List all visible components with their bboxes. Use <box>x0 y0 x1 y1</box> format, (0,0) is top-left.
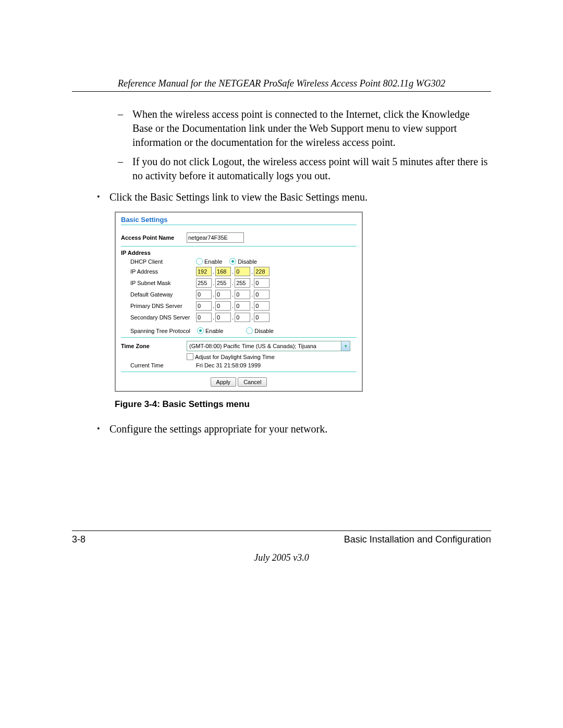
apply-button[interactable]: Apply <box>211 377 237 387</box>
bullet-item-1: • Click the Basic Settings link to view … <box>72 190 491 204</box>
current-time-value: Fri Dec 31 21:58:09 1999 <box>196 362 261 368</box>
footer-rule <box>72 530 491 531</box>
footer-date: July 2005 v3.0 <box>72 552 491 563</box>
dns2-oct-3[interactable] <box>235 313 250 322</box>
bullet-marker: • <box>97 191 100 203</box>
stp-enable-label: Enable <box>205 328 223 334</box>
subnet-oct-2[interactable] <box>215 278 231 288</box>
dns1-label: Primary DNS Server <box>121 303 187 309</box>
separator <box>121 225 357 225</box>
section-title: Basic Installation and Configuration <box>344 534 491 545</box>
bullet-text-2: Configure the settings appropriate for y… <box>109 423 327 435</box>
separator <box>121 246 357 246</box>
dhcp-label: DHCP Client <box>121 258 187 265</box>
dns1-oct-1[interactable] <box>196 301 212 311</box>
current-time-label: Current Time <box>121 362 187 368</box>
ap-name-input[interactable] <box>187 232 244 243</box>
dst-checkbox[interactable] <box>187 353 193 360</box>
bullet-text-1: Click the Basic Settings link to view th… <box>109 191 368 203</box>
radio-icon <box>197 327 204 334</box>
ap-name-label: Access Point Name <box>121 235 187 241</box>
dash-text-2: If you do not click Logout, the wireless… <box>132 156 488 181</box>
chevron-down-icon: ▾ <box>341 341 350 351</box>
dash-marker: – <box>118 107 123 121</box>
gateway-label: Default Gateway <box>121 291 187 298</box>
tz-label: Time Zone <box>121 343 187 349</box>
stp-disable-label: Disable <box>254 328 274 334</box>
dns2-oct-2[interactable] <box>215 313 231 322</box>
gw-oct-4[interactable] <box>254 290 270 299</box>
panel-title: Basic Settings <box>121 216 357 224</box>
ip-oct-1[interactable] <box>196 267 212 276</box>
stp-label: Spanning Tree Protocol <box>121 328 197 334</box>
subnet-label: IP Subnet Mask <box>121 280 187 286</box>
radio-icon <box>196 258 203 265</box>
cancel-button[interactable]: Cancel <box>238 377 267 387</box>
subnet-oct-4[interactable] <box>254 278 270 288</box>
dhcp-disable-label: Disable <box>238 258 257 265</box>
bullet-marker: • <box>97 423 100 435</box>
dhcp-disable-radio[interactable]: Disable <box>229 258 257 265</box>
stp-disable-radio[interactable]: Disable <box>246 327 274 334</box>
header-rule <box>72 91 491 92</box>
separator <box>121 337 357 338</box>
page-number: 3-8 <box>72 534 85 545</box>
separator <box>121 372 357 372</box>
basic-settings-panel: Basic Settings Access Point Name IP Addr… <box>115 212 363 392</box>
subnet-oct-3[interactable] <box>235 278 250 288</box>
gw-oct-3[interactable] <box>235 290 250 299</box>
dns1-oct-3[interactable] <box>235 301 250 311</box>
dns1-oct-4[interactable] <box>254 301 270 311</box>
gw-oct-2[interactable] <box>215 290 231 299</box>
doc-header: Reference Manual for the NETGEAR ProSafe… <box>72 78 491 89</box>
dash-text-1: When the wireless access point is connec… <box>132 108 470 148</box>
subnet-oct-1[interactable] <box>196 278 212 288</box>
tz-value: (GMT-08:00) Pacific Time (US & Canada); … <box>187 343 341 349</box>
dst-label: Adjust for Daylight Saving Time <box>195 354 275 360</box>
ip-heading: IP Address <box>121 250 151 256</box>
radio-icon <box>246 327 253 334</box>
ip-oct-2[interactable] <box>215 267 231 276</box>
dns1-oct-2[interactable] <box>215 301 231 311</box>
dns2-oct-4[interactable] <box>254 313 270 322</box>
dhcp-enable-radio[interactable]: Enable <box>196 258 222 265</box>
ip-oct-3[interactable] <box>235 267 250 276</box>
dhcp-enable-label: Enable <box>204 258 222 265</box>
dash-marker: – <box>118 155 123 169</box>
stp-enable-radio[interactable]: Enable <box>197 327 223 334</box>
gw-oct-1[interactable] <box>196 290 212 299</box>
dash-item-2: – If you do not click Logout, the wirele… <box>72 155 491 183</box>
bullet-item-2: • Configure the settings appropriate for… <box>72 422 491 436</box>
ip-oct-4[interactable] <box>254 267 270 276</box>
figure-caption: Figure 3-4: Basic Settings menu <box>115 399 491 410</box>
dns2-oct-1[interactable] <box>196 313 212 322</box>
dns2-label: Secondary DNS Server <box>121 314 195 320</box>
radio-icon <box>229 258 236 265</box>
ip-address-label: IP Address <box>121 268 187 275</box>
dash-item-1: – When the wireless access point is conn… <box>72 107 491 150</box>
tz-select[interactable]: (GMT-08:00) Pacific Time (US & Canada); … <box>187 341 350 351</box>
